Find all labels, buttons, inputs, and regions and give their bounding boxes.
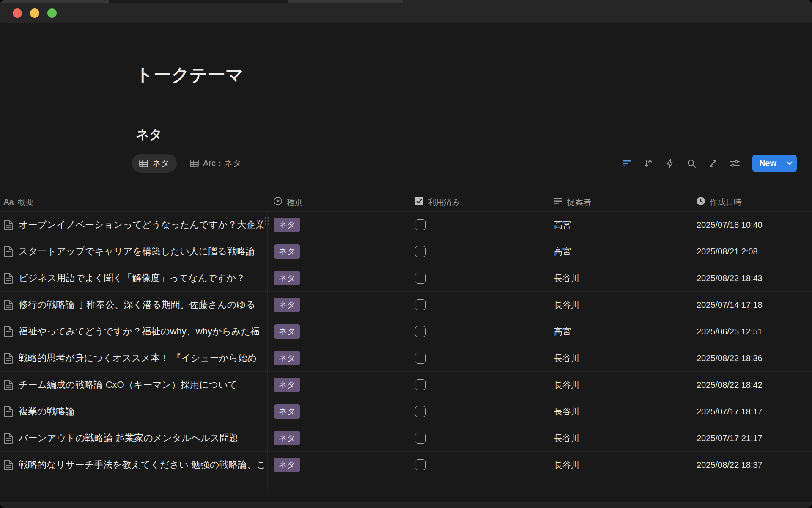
row-title[interactable]: オープンイノベーションってどうなったんですか？大企業 [19, 218, 265, 231]
expand-icon[interactable] [708, 158, 719, 169]
type-tag[interactable]: ネタ [274, 431, 300, 445]
type-cell[interactable]: ネタ [267, 452, 404, 478]
column-header-created[interactable]: 作成日時 [689, 193, 812, 211]
table-footer-strip[interactable] [0, 478, 812, 489]
created-cell[interactable]: 2025/08/22 18:37 [689, 452, 812, 478]
filter-icon[interactable] [621, 158, 632, 169]
type-cell[interactable]: ネタ [267, 212, 404, 238]
used-checkbox[interactable] [415, 273, 426, 284]
sort-icon[interactable] [643, 158, 654, 169]
chevron-down-icon[interactable] [782, 155, 797, 172]
column-header-type[interactable]: 種別 [267, 193, 404, 211]
used-cell[interactable] [404, 265, 547, 291]
row-title[interactable]: ビジネス用語でよく聞く「解像度」ってなんですか？ [19, 272, 245, 284]
table-row[interactable]: バーンアウトの戦略論 起業家のメンタルヘルス問題 ネタ 長谷川 2025/07/… [0, 425, 812, 452]
created-cell[interactable]: 2025/07/17 21:17 [689, 425, 812, 451]
created-cell[interactable]: 2025/08/22 18:43 [689, 265, 812, 291]
overview-cell[interactable]: チーム編成の戦略論 CxO（キーマン）採用について [0, 372, 267, 398]
lightning-icon[interactable] [664, 158, 675, 169]
row-title[interactable]: 戦略的なリサーチ手法を教えてください 勉強の戦略論、こ [19, 458, 266, 471]
type-tag[interactable]: ネタ [274, 458, 300, 472]
type-cell[interactable]: ネタ [267, 372, 404, 398]
proposer-cell[interactable]: 長谷川 [547, 345, 689, 371]
table-row[interactable]: ビジネス用語でよく聞く「解像度」ってなんですか？ ネタ 長谷川 2025/08/… [0, 265, 812, 292]
proposer-cell[interactable]: 高宮 [547, 238, 689, 265]
created-cell[interactable]: 2025/07/14 17:18 [689, 292, 812, 318]
used-cell[interactable] [404, 425, 547, 451]
page-title[interactable]: トークテーマ [135, 63, 244, 87]
overview-cell[interactable]: 戦略的思考が身につくオススメ本！ 『イシューから始め [0, 345, 267, 371]
type-cell[interactable]: ネタ [267, 265, 404, 291]
row-title[interactable]: 複業の戦略論 [19, 405, 75, 418]
new-button[interactable]: New [752, 155, 797, 172]
used-cell[interactable] [404, 452, 547, 478]
table-row[interactable]: 福祉やってみてどうですか？福祉のwhy、whyからみた福 ネタ 高宮 2025/… [0, 318, 812, 345]
overview-cell[interactable]: オープンイノベーションってどうなったんですか？大企業 [0, 212, 267, 238]
drag-handle-icon[interactable] [265, 217, 269, 225]
overview-cell[interactable]: 戦略的なリサーチ手法を教えてください 勉強の戦略論、こ [0, 452, 267, 478]
table-row[interactable]: スタートアップでキャリアを構築したい人に贈る戦略論 ネタ 高宮 2025/08/… [0, 238, 812, 265]
used-cell[interactable] [404, 212, 547, 238]
created-cell[interactable]: 2025/08/22 18:36 [689, 345, 812, 371]
type-tag[interactable]: ネタ [274, 218, 300, 232]
row-title[interactable]: 修行の戦略論 丁稚奉公、深く潜る期間。佐藤さんのゆる [19, 298, 255, 311]
table-row[interactable]: 戦略的なリサーチ手法を教えてください 勉強の戦略論、こ ネタ 長谷川 2025/… [0, 452, 812, 478]
overview-cell[interactable]: スタートアップでキャリアを構築したい人に贈る戦略論 [0, 238, 267, 265]
type-tag[interactable]: ネタ [274, 378, 300, 392]
used-checkbox[interactable] [415, 326, 426, 337]
used-checkbox[interactable] [415, 299, 426, 310]
type-cell[interactable]: ネタ [267, 398, 404, 425]
close-window-button[interactable] [13, 8, 22, 18]
used-cell[interactable] [404, 398, 547, 425]
created-cell[interactable]: 2025/08/22 18:42 [689, 372, 812, 398]
proposer-cell[interactable]: 高宮 [547, 212, 689, 238]
used-cell[interactable] [404, 318, 547, 345]
settings-sliders-icon[interactable] [729, 158, 740, 169]
used-checkbox[interactable] [415, 353, 426, 364]
created-cell[interactable]: 2025/06/25 12:51 [689, 318, 812, 345]
proposer-cell[interactable]: 長谷川 [547, 452, 689, 478]
proposer-cell[interactable]: 長谷川 [547, 372, 689, 398]
proposer-cell[interactable]: 長谷川 [547, 398, 689, 425]
search-icon[interactable] [686, 158, 697, 169]
created-cell[interactable]: 2025/07/17 18:17 [689, 398, 812, 425]
column-header-proposer[interactable]: 提案者 [547, 193, 689, 211]
active-window-tab[interactable] [109, 0, 288, 3]
zoom-window-button[interactable] [47, 8, 57, 18]
created-cell[interactable]: 2025/08/21 2:08 [689, 238, 812, 265]
proposer-cell[interactable]: 長谷川 [547, 425, 689, 451]
overview-cell[interactable]: 福祉やってみてどうですか？福祉のwhy、whyからみた福 [0, 318, 267, 345]
used-cell[interactable] [404, 345, 547, 371]
type-cell[interactable]: ネタ [267, 345, 404, 371]
used-cell[interactable] [404, 372, 547, 398]
overview-cell[interactable]: バーンアウトの戦略論 起業家のメンタルヘルス問題 [0, 425, 267, 451]
minimize-window-button[interactable] [30, 8, 39, 18]
row-title[interactable]: チーム編成の戦略論 CxO（キーマン）採用について [19, 378, 237, 391]
used-checkbox[interactable] [415, 379, 426, 390]
proposer-cell[interactable]: 高宮 [547, 318, 689, 345]
type-tag[interactable]: ネタ [274, 271, 300, 285]
table-row[interactable]: 複業の戦略論 ネタ 長谷川 2025/07/17 18:17 [0, 398, 812, 425]
type-tag[interactable]: ネタ [274, 351, 300, 365]
type-cell[interactable]: ネタ [267, 292, 404, 318]
view-tab-arc-neta[interactable]: Arc：ネタ [183, 154, 249, 173]
row-title[interactable]: スタートアップでキャリアを構築したい人に贈る戦略論 [19, 245, 255, 258]
view-tab-neta[interactable]: ネタ [132, 154, 177, 173]
created-cell[interactable]: 2025/07/18 10:40 [689, 212, 812, 238]
proposer-cell[interactable]: 長谷川 [547, 292, 689, 318]
used-checkbox[interactable] [415, 433, 426, 444]
used-checkbox[interactable] [415, 219, 426, 230]
type-cell[interactable]: ネタ [267, 318, 404, 345]
table-row[interactable]: オープンイノベーションってどうなったんですか？大企業 ネタ 高宮 2025/07… [0, 212, 812, 238]
table-row[interactable]: 戦略的思考が身につくオススメ本！ 『イシューから始め ネタ 長谷川 2025/0… [0, 345, 812, 372]
type-tag[interactable]: ネタ [274, 404, 300, 419]
overview-cell[interactable]: 修行の戦略論 丁稚奉公、深く潜る期間。佐藤さんのゆる [0, 292, 267, 318]
table-row[interactable]: 修行の戦略論 丁稚奉公、深く潜る期間。佐藤さんのゆる ネタ 長谷川 2025/0… [0, 292, 812, 318]
used-cell[interactable] [404, 292, 547, 318]
table-row[interactable]: チーム編成の戦略論 CxO（キーマン）採用について ネタ 長谷川 2025/08… [0, 372, 812, 398]
type-tag[interactable]: ネタ [274, 244, 300, 259]
type-cell[interactable]: ネタ [267, 425, 404, 451]
used-checkbox[interactable] [415, 459, 426, 470]
database-section-title[interactable]: ネタ [136, 126, 162, 143]
used-cell[interactable] [404, 238, 547, 265]
